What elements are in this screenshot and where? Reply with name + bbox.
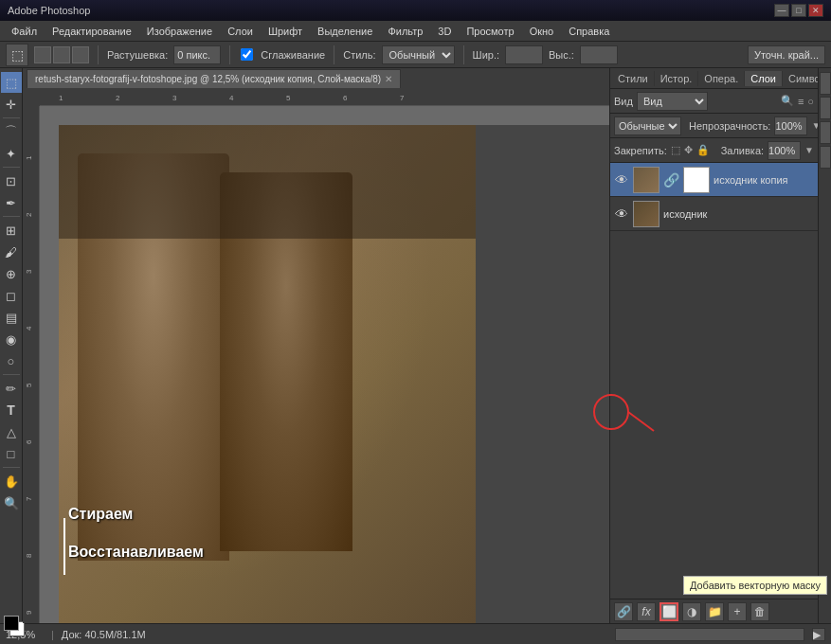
- layer-eye-original[interactable]: 👁: [614, 206, 629, 222]
- tool-zoom[interactable]: 🔍: [1, 492, 22, 513]
- utoch-button[interactable]: Уточн. край...: [748, 45, 825, 64]
- menu-layers[interactable]: Слои: [220, 24, 261, 39]
- photo-bg-top: [59, 125, 476, 239]
- tool-shape[interactable]: □: [1, 443, 22, 464]
- menu-edit[interactable]: Редактирование: [45, 24, 139, 39]
- delete-layer-button[interactable]: 🗑: [750, 602, 769, 621]
- shape-option-2[interactable]: [53, 46, 70, 63]
- tab-styles[interactable]: Стили: [612, 71, 655, 86]
- separator-3: [334, 45, 334, 64]
- layers-filter-icon[interactable]: ≡: [798, 96, 804, 107]
- layer-item-copy[interactable]: 👁 🔗 исходник копия: [610, 163, 818, 197]
- tool-pen[interactable]: ✏: [1, 378, 22, 399]
- tool-gradient[interactable]: ▤: [1, 307, 22, 328]
- lock-position-icon[interactable]: ✥: [684, 144, 693, 156]
- layers-panel: Вид Вид 🔍 ≡ ○ Обычные Непрозрачность: ▼: [610, 89, 818, 623]
- menu-image[interactable]: Изображение: [139, 24, 220, 39]
- sglazhivanie-checkbox[interactable]: [241, 48, 253, 61]
- svg-text:3: 3: [172, 94, 177, 102]
- mini-btn-3[interactable]: [820, 121, 831, 144]
- new-layer-button[interactable]: +: [728, 602, 747, 621]
- stil-select[interactable]: Обычный: [382, 45, 455, 64]
- tool-text[interactable]: T: [1, 400, 22, 420]
- shape-option-3[interactable]: [72, 46, 89, 63]
- lock-all-icon[interactable]: 🔒: [696, 144, 710, 156]
- group-button[interactable]: 📁: [705, 602, 724, 621]
- foreground-color-box[interactable]: [4, 616, 19, 631]
- tab-layers[interactable]: Слои: [745, 71, 783, 86]
- close-button[interactable]: ✕: [808, 4, 823, 17]
- tab-actions[interactable]: Опера.: [698, 71, 745, 86]
- shir-input[interactable]: [505, 45, 543, 64]
- canvas-tab-active[interactable]: retush-staryx-fotografij-v-fotoshope.jpg…: [27, 69, 401, 88]
- tool-brush[interactable]: 🖌: [1, 242, 22, 262]
- lock-pixels-icon[interactable]: ⬚: [671, 144, 680, 156]
- svg-text:2: 2: [25, 212, 33, 217]
- options-bar: ⬚ Растушевка: Сглаживание Стиль: Обычный…: [0, 42, 831, 68]
- mini-btn-2[interactable]: [820, 97, 831, 119]
- tool-dodge[interactable]: ○: [1, 350, 22, 371]
- tool-path[interactable]: △: [1, 421, 22, 442]
- tool-separator-2: [3, 167, 20, 168]
- canvas-tab-close[interactable]: ✕: [385, 74, 392, 84]
- window-controls[interactable]: — □ ✕: [774, 4, 823, 17]
- tool-selection[interactable]: ⬚: [1, 72, 22, 93]
- layers-toggle-icon[interactable]: ○: [807, 96, 814, 107]
- panel-tabs-top: Стили Истор. Опера. Слои Симво. Абзац Ка…: [610, 68, 818, 89]
- view-select[interactable]: Вид: [637, 92, 708, 111]
- canvas-right-overflow: [476, 125, 609, 623]
- menu-filter[interactable]: Фильтр: [380, 24, 430, 39]
- view-label: Вид: [614, 96, 633, 107]
- fill-dropdown[interactable]: ▼: [804, 145, 814, 155]
- svg-text:7: 7: [25, 496, 33, 501]
- annotation-restore: Восстанавливаем: [68, 544, 204, 561]
- tool-lasso[interactable]: ⌒: [1, 121, 22, 142]
- tool-magic-wand[interactable]: ✦: [1, 143, 22, 164]
- tool-clone[interactable]: ⊕: [1, 263, 22, 284]
- tool-eyedropper[interactable]: ✒: [1, 192, 22, 213]
- link-layers-button[interactable]: 🔗: [614, 602, 633, 621]
- menu-3d[interactable]: 3D: [430, 24, 459, 39]
- fx-button[interactable]: fx: [637, 602, 656, 621]
- maximize-button[interactable]: □: [791, 4, 806, 17]
- layer-eye-copy[interactable]: 👁: [614, 172, 629, 188]
- tool-hand[interactable]: ✋: [1, 471, 22, 492]
- svg-text:5: 5: [25, 383, 33, 387]
- fill-input[interactable]: [768, 141, 801, 160]
- menu-select[interactable]: Выделение: [310, 24, 380, 39]
- layer-item-original[interactable]: 👁 исходник: [610, 197, 818, 231]
- shape-option-1[interactable]: [34, 46, 51, 63]
- mini-btn-4[interactable]: [820, 146, 831, 169]
- title-bar: Adobe Photoshop — □ ✕: [0, 0, 831, 21]
- tool-blur[interactable]: ◉: [1, 329, 22, 349]
- ruler-horizontal: 1 2 3 4 5 6 7: [40, 89, 609, 106]
- adjustment-button[interactable]: ◑: [682, 602, 701, 621]
- svg-text:8: 8: [25, 553, 33, 558]
- menu-font[interactable]: Шрифт: [261, 24, 310, 39]
- horizontal-scrollbar[interactable]: [615, 628, 804, 641]
- tool-patch[interactable]: ⊞: [1, 220, 22, 241]
- menu-help[interactable]: Справка: [561, 24, 617, 39]
- canvas-viewport[interactable]: Стираем Восстанавливаем: [40, 106, 609, 623]
- menu-view[interactable]: Просмотр: [459, 24, 521, 39]
- rastushevka-label: Растушевка:: [107, 49, 168, 61]
- scroll-right-btn[interactable]: ▶: [812, 628, 825, 641]
- menu-window[interactable]: Окно: [522, 24, 562, 39]
- canvas-tab-bar: retush-staryx-fotografij-v-fotoshope.jpg…: [23, 68, 609, 89]
- rastushevka-input[interactable]: [173, 45, 221, 64]
- vys-input[interactable]: [580, 45, 618, 64]
- layers-search-icon[interactable]: 🔍: [781, 95, 794, 107]
- mini-btn-1[interactable]: [820, 72, 831, 95]
- opacity-input[interactable]: [774, 116, 807, 135]
- svg-text:2: 2: [116, 94, 120, 102]
- menu-file[interactable]: Файл: [4, 24, 45, 39]
- minimize-button[interactable]: —: [774, 4, 789, 17]
- tool-eraser[interactable]: ◻: [1, 285, 22, 306]
- add-mask-button[interactable]: ⬜: [659, 602, 678, 621]
- tool-shape-options: [34, 46, 89, 63]
- svg-text:6: 6: [343, 94, 348, 102]
- blend-mode-select[interactable]: Обычные: [614, 116, 681, 135]
- tab-history[interactable]: Истор.: [655, 71, 699, 86]
- tool-move[interactable]: ✛: [1, 94, 22, 115]
- tool-crop[interactable]: ⊡: [1, 170, 22, 191]
